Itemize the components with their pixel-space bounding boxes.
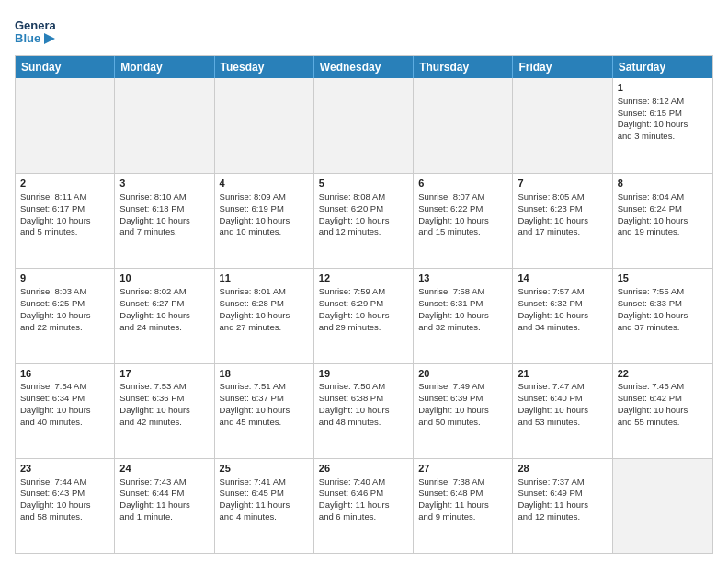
- calendar-cell: [115, 78, 214, 173]
- day-info: Sunrise: 7:55 AM Sunset: 6:33 PM Dayligh…: [618, 286, 708, 333]
- day-info: Sunrise: 7:49 AM Sunset: 6:39 PM Dayligh…: [418, 381, 507, 428]
- svg-marker-2: [44, 33, 55, 44]
- page: General Blue SundayMondayTuesdayWednesda…: [0, 0, 728, 563]
- calendar-row: 9Sunrise: 8:03 AM Sunset: 6:25 PM Daylig…: [16, 268, 712, 362]
- day-number: 17: [119, 367, 209, 381]
- calendar-cell: 3Sunrise: 8:10 AM Sunset: 6:18 PM Daylig…: [115, 174, 214, 268]
- calendar-cell: 19Sunrise: 7:50 AM Sunset: 6:38 PM Dayli…: [314, 364, 414, 458]
- day-number: 16: [20, 367, 109, 381]
- day-number: 20: [418, 367, 507, 381]
- calendar-cell: 22Sunrise: 7:46 AM Sunset: 6:42 PM Dayli…: [613, 364, 712, 458]
- calendar-cell: 20Sunrise: 7:49 AM Sunset: 6:39 PM Dayli…: [414, 364, 513, 458]
- calendar-cell: 11Sunrise: 8:01 AM Sunset: 6:28 PM Dayli…: [215, 269, 314, 362]
- calendar-header-cell: Wednesday: [314, 56, 414, 78]
- day-info: Sunrise: 7:37 AM Sunset: 6:49 PM Dayligh…: [518, 477, 607, 523]
- calendar-cell: 26Sunrise: 7:40 AM Sunset: 6:46 PM Dayli…: [314, 459, 414, 553]
- calendar-cell: 14Sunrise: 7:57 AM Sunset: 6:32 PM Dayli…: [513, 269, 612, 362]
- day-info: Sunrise: 7:57 AM Sunset: 6:32 PM Dayligh…: [518, 286, 607, 333]
- calendar-cell: [513, 78, 612, 173]
- day-number: 22: [618, 367, 708, 381]
- day-info: Sunrise: 7:38 AM Sunset: 6:48 PM Dayligh…: [418, 477, 507, 523]
- day-number: 6: [418, 177, 507, 190]
- calendar-cell: 2Sunrise: 8:11 AM Sunset: 6:17 PM Daylig…: [16, 174, 115, 268]
- day-number: 1: [618, 81, 708, 95]
- day-info: Sunrise: 8:04 AM Sunset: 6:24 PM Dayligh…: [618, 191, 708, 238]
- calendar-cell: 21Sunrise: 7:47 AM Sunset: 6:40 PM Dayli…: [513, 364, 612, 458]
- calendar-cell: 25Sunrise: 7:41 AM Sunset: 6:45 PM Dayli…: [215, 459, 314, 553]
- day-info: Sunrise: 8:03 AM Sunset: 6:25 PM Dayligh…: [20, 286, 109, 333]
- day-number: 14: [518, 271, 607, 285]
- header: General Blue: [15, 15, 713, 48]
- day-number: 5: [319, 177, 408, 190]
- calendar-cell: 4Sunrise: 8:09 AM Sunset: 6:19 PM Daylig…: [215, 174, 314, 268]
- calendar-cell: 8Sunrise: 8:04 AM Sunset: 6:24 PM Daylig…: [613, 174, 712, 268]
- calendar-row: 1Sunrise: 8:12 AM Sunset: 6:15 PM Daylig…: [16, 78, 712, 173]
- calendar-header-cell: Friday: [513, 56, 612, 78]
- day-info: Sunrise: 7:46 AM Sunset: 6:42 PM Dayligh…: [618, 381, 708, 428]
- calendar-row: 23Sunrise: 7:44 AM Sunset: 6:43 PM Dayli…: [16, 458, 712, 553]
- calendar-cell: 17Sunrise: 7:53 AM Sunset: 6:36 PM Dayli…: [115, 364, 214, 458]
- day-info: Sunrise: 8:07 AM Sunset: 6:22 PM Dayligh…: [418, 191, 507, 238]
- day-info: Sunrise: 8:10 AM Sunset: 6:18 PM Dayligh…: [119, 191, 209, 238]
- calendar-cell: 9Sunrise: 8:03 AM Sunset: 6:25 PM Daylig…: [16, 269, 115, 362]
- svg-text:General: General: [15, 18, 55, 32]
- day-number: 12: [319, 271, 408, 285]
- day-number: 11: [220, 271, 309, 285]
- calendar-cell: 12Sunrise: 7:59 AM Sunset: 6:29 PM Dayli…: [314, 269, 414, 362]
- day-info: Sunrise: 8:09 AM Sunset: 6:19 PM Dayligh…: [220, 191, 309, 238]
- calendar-cell: [16, 78, 115, 173]
- day-number: 3: [119, 177, 209, 190]
- calendar-cell: 18Sunrise: 7:51 AM Sunset: 6:37 PM Dayli…: [215, 364, 314, 458]
- day-number: 8: [618, 177, 708, 190]
- calendar-cell: 28Sunrise: 7:37 AM Sunset: 6:49 PM Dayli…: [513, 459, 612, 553]
- day-info: Sunrise: 7:53 AM Sunset: 6:36 PM Dayligh…: [119, 381, 209, 428]
- day-number: 26: [319, 462, 408, 476]
- day-number: 4: [220, 177, 309, 190]
- day-info: Sunrise: 7:44 AM Sunset: 6:43 PM Dayligh…: [20, 477, 109, 523]
- day-info: Sunrise: 8:01 AM Sunset: 6:28 PM Dayligh…: [220, 286, 309, 333]
- calendar-cell: 5Sunrise: 8:08 AM Sunset: 6:20 PM Daylig…: [314, 174, 414, 268]
- day-number: 18: [220, 367, 309, 381]
- day-number: 21: [518, 367, 607, 381]
- calendar-cell: 16Sunrise: 7:54 AM Sunset: 6:34 PM Dayli…: [16, 364, 115, 458]
- calendar-cell: [613, 459, 712, 553]
- day-number: 9: [20, 271, 109, 285]
- day-info: Sunrise: 7:40 AM Sunset: 6:46 PM Dayligh…: [319, 477, 408, 523]
- day-number: 7: [518, 177, 607, 190]
- calendar-header-cell: Tuesday: [215, 56, 314, 78]
- day-info: Sunrise: 7:50 AM Sunset: 6:38 PM Dayligh…: [319, 381, 408, 428]
- calendar-cell: 7Sunrise: 8:05 AM Sunset: 6:23 PM Daylig…: [513, 174, 612, 268]
- day-info: Sunrise: 7:47 AM Sunset: 6:40 PM Dayligh…: [518, 381, 607, 428]
- calendar-cell: [414, 78, 513, 173]
- calendar-cell: 27Sunrise: 7:38 AM Sunset: 6:48 PM Dayli…: [414, 459, 513, 553]
- calendar-row: 16Sunrise: 7:54 AM Sunset: 6:34 PM Dayli…: [16, 363, 712, 458]
- day-info: Sunrise: 8:08 AM Sunset: 6:20 PM Dayligh…: [319, 191, 408, 238]
- day-number: 15: [618, 271, 708, 285]
- day-number: 19: [319, 367, 408, 381]
- day-info: Sunrise: 7:51 AM Sunset: 6:37 PM Dayligh…: [220, 381, 309, 428]
- calendar-body: 1Sunrise: 8:12 AM Sunset: 6:15 PM Daylig…: [16, 78, 712, 553]
- calendar-cell: 1Sunrise: 8:12 AM Sunset: 6:15 PM Daylig…: [613, 78, 712, 173]
- calendar-cell: 15Sunrise: 7:55 AM Sunset: 6:33 PM Dayli…: [613, 269, 712, 362]
- calendar-cell: 10Sunrise: 8:02 AM Sunset: 6:27 PM Dayli…: [115, 269, 214, 362]
- day-number: 2: [20, 177, 109, 190]
- logo-icon: General Blue: [15, 15, 55, 48]
- calendar-cell: [314, 78, 414, 173]
- day-info: Sunrise: 7:59 AM Sunset: 6:29 PM Dayligh…: [319, 286, 408, 333]
- calendar-header-cell: Sunday: [16, 56, 115, 78]
- day-number: 27: [418, 462, 507, 476]
- day-info: Sunrise: 8:05 AM Sunset: 6:23 PM Dayligh…: [518, 191, 607, 238]
- day-info: Sunrise: 8:12 AM Sunset: 6:15 PM Dayligh…: [618, 96, 708, 143]
- day-number: 25: [220, 462, 309, 476]
- day-info: Sunrise: 7:54 AM Sunset: 6:34 PM Dayligh…: [20, 381, 109, 428]
- day-number: 23: [20, 462, 109, 476]
- calendar-cell: 6Sunrise: 8:07 AM Sunset: 6:22 PM Daylig…: [414, 174, 513, 268]
- calendar-header-cell: Monday: [115, 56, 214, 78]
- calendar-row: 2Sunrise: 8:11 AM Sunset: 6:17 PM Daylig…: [16, 173, 712, 268]
- calendar-header-cell: Saturday: [613, 56, 712, 78]
- calendar-header: SundayMondayTuesdayWednesdayThursdayFrid…: [16, 56, 712, 78]
- day-info: Sunrise: 7:41 AM Sunset: 6:45 PM Dayligh…: [220, 477, 309, 523]
- day-number: 24: [119, 462, 209, 476]
- day-info: Sunrise: 8:02 AM Sunset: 6:27 PM Dayligh…: [119, 286, 209, 333]
- calendar-cell: 13Sunrise: 7:58 AM Sunset: 6:31 PM Dayli…: [414, 269, 513, 362]
